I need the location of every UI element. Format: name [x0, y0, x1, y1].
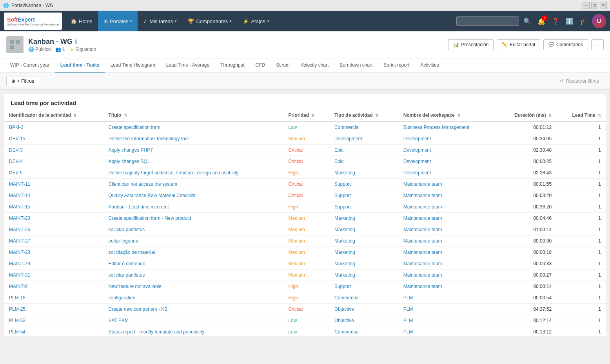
tab-cfd[interactable]: CFD: [250, 58, 271, 72]
user-avatar[interactable]: U: [592, 14, 606, 28]
row-workspace-link-18[interactable]: PLM: [403, 329, 413, 335]
tab-lead-time-tasks[interactable]: Lead time - Tasks: [55, 58, 105, 72]
row-id-link-14[interactable]: MAINT-8: [9, 284, 27, 289]
row-workspace-link-15[interactable]: PLM: [403, 295, 413, 301]
row-workspace-link-11[interactable]: Maintenance team: [403, 250, 442, 255]
search-input[interactable]: [456, 16, 519, 26]
row-title-link-6[interactable]: Quality Assurance Raw Material Checklist: [109, 193, 196, 198]
row-id-link-3[interactable]: DEV-4: [9, 159, 23, 164]
row-id-link-4[interactable]: DEV-5: [9, 170, 23, 176]
row-title-link-7[interactable]: Kanban - Lead time incorrect: [109, 204, 169, 210]
row-title-link-15[interactable]: configuration: [109, 295, 136, 301]
more-options-button[interactable]: ...: [591, 39, 604, 50]
row-type-link-12[interactable]: Marketing: [334, 261, 355, 266]
restore-filters-button[interactable]: ↺ Restaurar filtros: [555, 76, 604, 86]
row-id-link-0[interactable]: BPM-2: [9, 125, 24, 130]
row-type-link-2[interactable]: Epic: [334, 147, 343, 153]
page-info-icon[interactable]: ℹ: [75, 39, 77, 45]
tab-scrum[interactable]: Scrum: [271, 58, 295, 72]
row-title-link-11[interactable]: solicitação de material: [109, 250, 155, 255]
tab-sprint-report[interactable]: Sprint report: [378, 58, 415, 72]
row-workspace-link-16[interactable]: PLM: [403, 306, 413, 312]
row-type-link-11[interactable]: Marketing: [334, 250, 355, 255]
row-workspace-link-13[interactable]: Maintenance team: [403, 272, 442, 278]
presentation-button[interactable]: 📊 Presentación: [448, 39, 494, 50]
graduation-button[interactable]: 🎓: [578, 15, 590, 27]
row-workspace-link-1[interactable]: Development: [403, 136, 431, 141]
edit-portal-button[interactable]: ✏️ Editar portal: [497, 39, 540, 50]
row-type-link-5[interactable]: Support: [334, 181, 351, 187]
row-type-link-1[interactable]: Development: [334, 136, 362, 141]
notification-button[interactable]: 🔔 1: [536, 15, 547, 27]
tab-wip[interactable]: WIP - Current year: [5, 58, 55, 72]
row-type-link-0[interactable]: Commercial: [334, 125, 359, 130]
info-button[interactable]: ℹ️: [564, 15, 576, 27]
row-title-link-12[interactable]: Editar o conteúdo: [109, 261, 145, 266]
row-title-link-4[interactable]: Define majority target audience, structu…: [109, 170, 239, 176]
row-workspace-link-17[interactable]: PLM: [403, 318, 413, 323]
tab-activities[interactable]: Activities: [415, 58, 444, 72]
close-button[interactable]: ✕: [600, 2, 607, 9]
nav-item-portales[interactable]: ⊞ Portales ▾: [98, 11, 138, 31]
row-type-link-14[interactable]: Support: [334, 284, 351, 289]
filter-button[interactable]: ⊕ + Filtros: [6, 76, 39, 86]
tab-velocity-chart[interactable]: Velocity chart: [295, 58, 334, 72]
row-type-link-7[interactable]: Support: [334, 204, 351, 210]
row-id-link-15[interactable]: PLM-18: [9, 295, 25, 301]
row-type-link-9[interactable]: Marketing: [334, 227, 355, 232]
tab-lead-time-average[interactable]: Lead Time - Average: [161, 58, 215, 72]
nav-item-mis-tareas[interactable]: ✓ Mis tareas ▾: [138, 11, 182, 31]
row-title-link-3[interactable]: Apply changes SQL: [109, 159, 150, 164]
row-title-link-10[interactable]: editar legenda: [109, 238, 138, 244]
row-workspace-link-7[interactable]: Maintenance team: [403, 204, 442, 210]
tab-throughput[interactable]: Throughput: [215, 58, 250, 72]
row-workspace-link-10[interactable]: Maintenance team: [403, 238, 442, 244]
row-type-link-16[interactable]: Objective: [334, 306, 354, 312]
row-type-link-3[interactable]: Epic: [334, 159, 343, 164]
row-type-link-10[interactable]: Marketing: [334, 238, 355, 244]
row-workspace-link-14[interactable]: Maintenance team: [403, 284, 442, 289]
row-type-link-8[interactable]: Marketing: [334, 216, 355, 221]
row-title-link-17[interactable]: SAT EAM: [109, 318, 129, 323]
row-id-link-13[interactable]: MAINT-31: [9, 272, 30, 278]
comments-button[interactable]: 💬 Comentarios: [543, 39, 588, 50]
row-workspace-link-2[interactable]: Development: [403, 147, 431, 153]
row-title-link-16[interactable]: Create new component - KB: [109, 306, 168, 312]
row-title-link-9[interactable]: solicitar panfletos: [109, 227, 145, 232]
tab-lead-time-histogram[interactable]: Lead Time Histogram: [105, 58, 161, 72]
row-id-link-17[interactable]: PLM-53: [9, 318, 25, 323]
row-workspace-link-9[interactable]: Maintenance team: [403, 227, 442, 232]
row-type-link-4[interactable]: Marketing: [334, 170, 355, 176]
row-id-link-11[interactable]: MAINT-28: [9, 250, 30, 255]
col-header-id[interactable]: Identificador de la actividad ⇅: [4, 109, 104, 121]
row-title-link-2[interactable]: Apply changes PHP7: [109, 147, 153, 153]
col-header-type[interactable]: Tipo de actividad ⇅: [330, 109, 399, 121]
row-title-link-13[interactable]: solicitar panfletos: [109, 272, 145, 278]
row-title-link-18[interactable]: Status report - modify template and peri…: [109, 329, 205, 335]
row-workspace-link-12[interactable]: Maintenance team: [403, 261, 442, 266]
col-header-duration[interactable]: Duración (ms) ⇅: [496, 109, 556, 121]
row-type-link-17[interactable]: Objective: [334, 318, 354, 323]
tab-burndown-chart[interactable]: Burndown chart: [334, 58, 378, 72]
row-id-link-18[interactable]: PLM-54: [9, 329, 25, 335]
row-id-link-16[interactable]: PLM-25: [9, 306, 25, 312]
row-type-link-6[interactable]: Support: [334, 193, 351, 198]
row-id-link-7[interactable]: MAINT-15: [9, 204, 30, 210]
search-button[interactable]: 🔍: [521, 15, 533, 27]
minimize-button[interactable]: ─: [583, 2, 590, 9]
col-header-title[interactable]: Título ⇅: [104, 109, 284, 121]
row-id-link-2[interactable]: DEV-3: [9, 147, 23, 153]
nav-item-componentes[interactable]: 🏆 Componentes ▾: [182, 11, 237, 31]
row-title-link-0[interactable]: Create specification form: [109, 125, 161, 130]
row-workspace-link-6[interactable]: Maintenance team: [403, 193, 442, 198]
row-workspace-link-3[interactable]: Development: [403, 159, 431, 164]
nav-item-atajos[interactable]: ⚡ Atajos ▾: [237, 11, 274, 31]
row-title-link-1[interactable]: Define the Information Technology tool: [109, 136, 189, 141]
row-id-link-9[interactable]: MAINT-26: [9, 227, 30, 232]
nav-item-home[interactable]: 🏠 Home: [65, 11, 98, 31]
row-id-link-12[interactable]: MAINT-29: [9, 261, 30, 266]
col-header-priority[interactable]: Prioridad ⇅: [283, 109, 330, 121]
row-workspace-link-0[interactable]: Business Process Management: [403, 125, 470, 130]
maximize-button[interactable]: □: [591, 2, 598, 9]
row-title-link-5[interactable]: Client can not access the system: [109, 181, 177, 187]
